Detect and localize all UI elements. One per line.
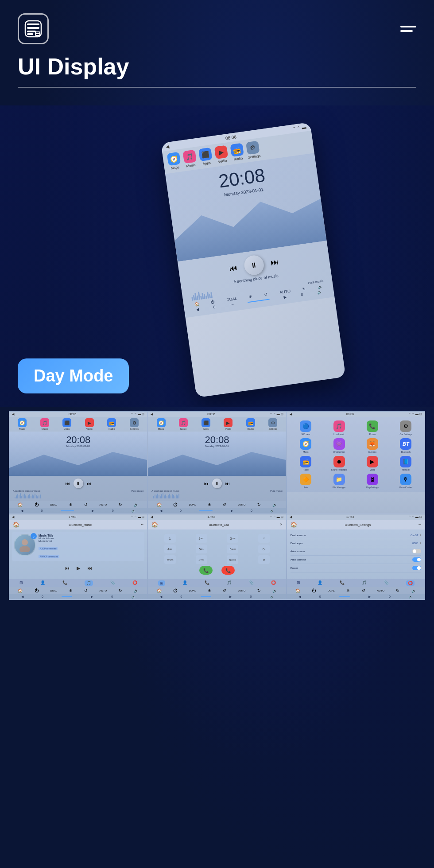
ss5-btn-2[interactable]: 2ABC xyxy=(196,534,207,543)
ss2-play[interactable]: ⏸ xyxy=(212,479,222,488)
ac-btn[interactable]: ❄ xyxy=(248,294,252,299)
ss5-home2[interactable]: 🏠 xyxy=(157,588,162,593)
ss5-btn-7[interactable]: 7PQRS xyxy=(164,555,176,564)
ss5-btn-9[interactable]: 9WXYZ xyxy=(227,555,238,564)
ss5-btn-4[interactable]: 4GHI xyxy=(164,545,176,553)
menu-icon[interactable] xyxy=(400,26,416,32)
ss5-nav-grid-selected[interactable]: ⊞ xyxy=(158,580,165,586)
app-file-manager[interactable]: 📁 File Manager xyxy=(324,474,354,489)
ss5-btn-1[interactable]: 1 xyxy=(164,534,176,543)
ss1-nav-maps[interactable]: 🧭 Maps xyxy=(18,418,27,430)
ss4-nav-phone[interactable]: 📞 xyxy=(62,580,67,586)
ss4-play[interactable]: ▶ xyxy=(77,565,80,571)
app-sound-recorder[interactable]: ⏺ Sound Recorder xyxy=(324,456,354,471)
ss6-back-btn[interactable]: ↩ xyxy=(418,523,421,526)
ss6-nav-phone[interactable]: 📞 xyxy=(340,580,345,586)
ss1-nav-radio[interactable]: 📻 Radio xyxy=(107,418,116,430)
ss1-home[interactable]: 🏠 xyxy=(18,502,23,507)
ss5-btn-hash[interactable]: # xyxy=(258,555,270,564)
ss5-btn-5[interactable]: 5JKL xyxy=(196,545,207,553)
ss2-nav-settings[interactable]: ⚙ Settings xyxy=(268,418,277,430)
ss4-next[interactable]: ⏭ xyxy=(87,565,92,571)
ss6-device-name-chevron[interactable]: › xyxy=(420,533,421,537)
ss1-power[interactable]: ⏻ xyxy=(35,502,39,507)
ss6-home2[interactable]: 🏠 xyxy=(295,588,300,593)
ss5-nav-music[interactable]: 🎵 xyxy=(227,580,232,586)
ss4-nav-grid[interactable]: ⊞ xyxy=(19,580,23,586)
app-original-car[interactable]: 👾 Original Car xyxy=(324,438,354,453)
nav-radio[interactable]: 📻 Radio xyxy=(230,143,244,162)
ss4-home2[interactable]: 🏠 xyxy=(18,588,23,593)
nav-music[interactable]: 🎵 Music xyxy=(182,150,197,169)
ss2-vol[interactable]: 🔈 xyxy=(272,502,277,507)
app-avin[interactable]: 🔶 Avin xyxy=(291,474,321,489)
app-disp-settings[interactable]: 🎛 DispSettings xyxy=(357,474,388,489)
app-car-settings[interactable]: ⚙ Car Settings xyxy=(391,420,421,436)
ss6-device-pin-chevron[interactable]: › xyxy=(420,541,421,545)
ss2-ac[interactable]: ❄ xyxy=(208,502,211,507)
ss4-nav-clip[interactable]: 📎 xyxy=(110,580,115,586)
ss4-back-btn[interactable]: ↩ xyxy=(141,523,143,526)
ss1-play[interactable]: ⏸ xyxy=(74,479,83,488)
app-radio[interactable]: 📻 Radio xyxy=(291,456,321,471)
ss1-ac[interactable]: ❄ xyxy=(69,502,73,507)
ss6-power-toggle[interactable] xyxy=(412,566,421,570)
app-360view[interactable]: 🔵 360 view xyxy=(291,420,321,436)
ss1-nav-settings[interactable]: ⚙ Settings xyxy=(130,418,139,430)
ss1-nav-music[interactable]: 🎵 Music xyxy=(40,418,49,430)
power-btn[interactable]: ⏻ xyxy=(210,300,215,304)
ss5-home-btn[interactable]: 🏠 xyxy=(151,522,158,528)
ss5-btn-0[interactable]: 0- xyxy=(258,545,270,553)
nav-vedio[interactable]: ▶ Vedio xyxy=(214,145,229,164)
nav-maps[interactable]: 🧭 Maps xyxy=(167,152,182,171)
nav-settings[interactable]: ⚙ Settings xyxy=(246,140,261,160)
ss2-nav-apps[interactable]: ⬛ Apps xyxy=(202,418,210,430)
ss2-nav-maps[interactable]: 🧭 Maps xyxy=(157,418,166,430)
ss5-btn-8[interactable]: 8TUV xyxy=(196,555,207,564)
app-phone[interactable]: 📞 Phone xyxy=(357,420,388,436)
ss2-nav-music[interactable]: 🎵 Music xyxy=(179,418,188,430)
ss4-nav-music-selected[interactable]: 🎵 xyxy=(85,580,93,586)
ss5-nav-phone[interactable]: 📞 xyxy=(205,580,209,586)
ss5-close-btn[interactable]: ✕ xyxy=(280,523,283,526)
ss6-home-btn[interactable]: 🏠 xyxy=(291,522,297,528)
app-manual[interactable]: 📘 Manual xyxy=(391,456,421,471)
next-icon[interactable]: ⏭ xyxy=(270,257,279,267)
home-btn[interactable]: 🏠 xyxy=(194,302,199,307)
ss6-nav-circle-selected[interactable]: ⭕ xyxy=(406,580,415,586)
ss6-nav-grid[interactable]: ⊞ xyxy=(297,580,300,586)
play-button[interactable]: ⏸ xyxy=(243,254,265,276)
ss2-nav-video[interactable]: ▶ Vedio xyxy=(224,418,232,430)
ss1-next[interactable]: ⏭ xyxy=(87,481,91,486)
app-video[interactable]: ▶ Video xyxy=(357,456,388,471)
ss6-nav-clip[interactable]: 📎 xyxy=(384,580,389,586)
ss5-nav-person[interactable]: 👤 xyxy=(182,580,187,586)
app-bluetooth[interactable]: BT Bluetooth xyxy=(391,438,421,453)
ss2-home[interactable]: 🏠 xyxy=(157,502,162,507)
ss2-nav-radio[interactable]: 📻 Radio xyxy=(246,418,255,430)
app-kuwooo[interactable]: 🦊 Kuwooo xyxy=(357,438,388,453)
ss1-prev[interactable]: ⏮ xyxy=(66,481,70,486)
app-localmusic[interactable]: 🎵 Localmusic xyxy=(324,420,354,436)
app-maps[interactable]: 🧭 Maps xyxy=(291,438,321,453)
ss5-btn-3[interactable]: 3DEF xyxy=(227,534,238,543)
ss6-auto-connect-toggle[interactable] xyxy=(412,557,421,562)
ss4-nav-person[interactable]: 👤 xyxy=(40,580,45,586)
ss2-next[interactable]: ⏭ xyxy=(225,481,230,486)
ss2-power[interactable]: ⏻ xyxy=(173,502,177,507)
ss4-nav-circle[interactable]: ⭕ xyxy=(132,580,137,586)
ss4-home-btn[interactable]: 🏠 xyxy=(13,522,19,528)
ss5-reject-btn[interactable]: 📞 xyxy=(221,566,235,575)
ss5-nav-circle[interactable]: ⭕ xyxy=(271,580,276,586)
nav-apps[interactable]: ⬛ Apps xyxy=(198,148,213,167)
prev-icon[interactable]: ⏮ xyxy=(229,263,238,273)
ss1-nav-video[interactable]: ▶ Vedio xyxy=(85,418,94,430)
ss1-nav-apps[interactable]: ⬛ Apps xyxy=(62,418,71,430)
ss2-prev[interactable]: ⏮ xyxy=(204,481,209,486)
volume-btn[interactable]: 🔈 xyxy=(318,284,323,289)
ss5-btn-6[interactable]: 6MNO xyxy=(227,545,238,553)
ss4-prev[interactable]: ⏮ xyxy=(65,565,70,571)
sync-btn[interactable]: ↺ xyxy=(264,292,268,297)
refresh-btn[interactable]: ↻ xyxy=(302,287,306,292)
ss5-answer-btn[interactable]: 📞 xyxy=(199,566,213,575)
